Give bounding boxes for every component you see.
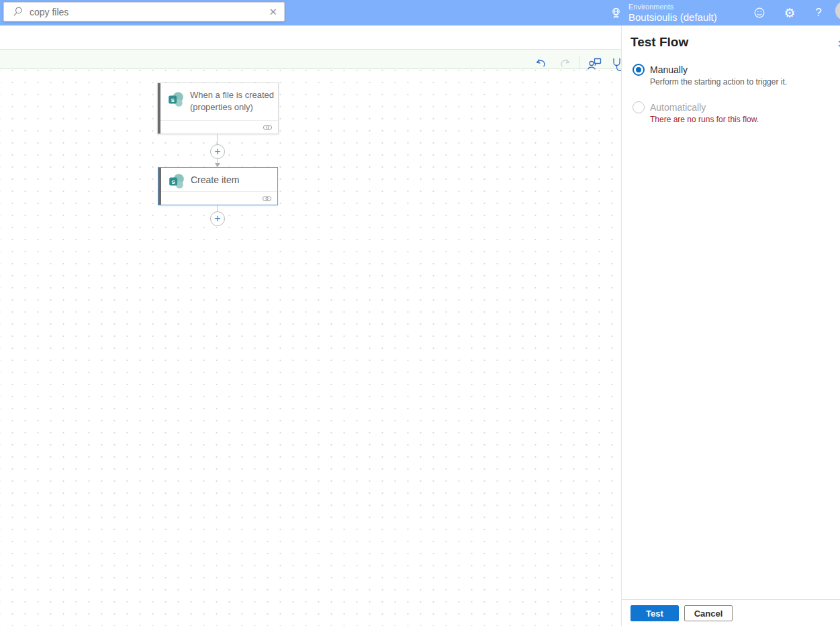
cancel-button[interactable]: Cancel xyxy=(684,605,733,621)
clear-search-icon[interactable]: ✕ xyxy=(269,6,277,18)
test-button[interactable]: Test xyxy=(631,605,679,621)
node-title: When a file is created (properties only) xyxy=(190,83,278,113)
radio-disabled-icon xyxy=(633,101,645,113)
search-icon xyxy=(12,6,24,17)
undo-icon[interactable] xyxy=(534,56,549,71)
app-window: s When a file is created (properties onl… xyxy=(0,0,840,626)
option-error-text: There are no runs for this flow. xyxy=(650,115,759,124)
svg-text:s: s xyxy=(171,178,175,185)
insert-step-button[interactable]: + xyxy=(210,144,225,159)
node-title: Create item xyxy=(191,174,243,186)
flow-node-create-item[interactable]: s Create item xyxy=(158,167,278,205)
connection-link-icon[interactable] xyxy=(262,195,272,202)
toolbar-divider xyxy=(579,56,579,70)
environment-picker[interactable]: Environments Boutsioulis (default) xyxy=(610,0,717,25)
connector-line xyxy=(217,205,218,211)
comment-icon[interactable] xyxy=(586,56,603,71)
panel-footer: Test Cancel xyxy=(622,599,840,626)
connector-line xyxy=(217,134,218,144)
option-label: Automatically xyxy=(650,102,706,113)
settings-gear-icon[interactable]: ⚙ xyxy=(778,0,801,25)
feedback-smiley-icon[interactable] xyxy=(748,0,771,25)
test-flow-panel: Test Flow ✕ Manually Perform the startin… xyxy=(621,25,840,626)
panel-title: Test Flow xyxy=(631,35,688,50)
environment-icon xyxy=(610,7,622,19)
user-avatar[interactable] xyxy=(835,1,840,20)
option-description: Perform the starting action to trigger i… xyxy=(650,77,787,87)
redo-icon xyxy=(557,56,572,71)
environment-label: Environments xyxy=(628,3,717,11)
add-step-button[interactable]: + xyxy=(210,211,225,226)
help-icon[interactable]: ? xyxy=(807,0,830,25)
top-header: copy files ✕ Environments Boutsioulis (d… xyxy=(0,0,840,25)
sharepoint-icon: s xyxy=(167,91,185,108)
option-label[interactable]: Manually xyxy=(650,64,688,75)
sharepoint-icon: s xyxy=(168,172,185,190)
flow-node-trigger[interactable]: s When a file is created (properties onl… xyxy=(157,83,279,134)
environment-name[interactable]: Boutsioulis (default) xyxy=(628,11,717,23)
close-icon[interactable]: ✕ xyxy=(837,38,840,50)
radio-selected-icon[interactable] xyxy=(633,64,645,76)
search-value[interactable]: copy files xyxy=(30,7,269,17)
connection-link-icon[interactable] xyxy=(263,124,273,131)
svg-text:s: s xyxy=(171,96,175,103)
search-input[interactable]: copy files ✕ xyxy=(3,2,285,21)
